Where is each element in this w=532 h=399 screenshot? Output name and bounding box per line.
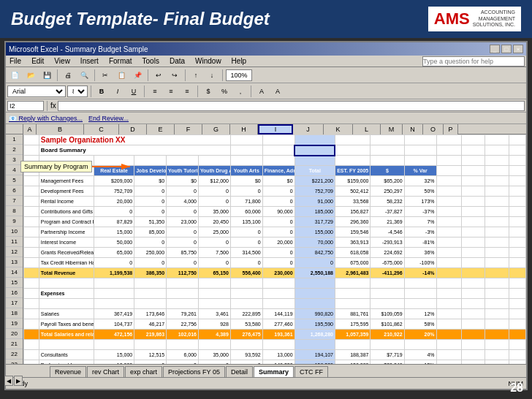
cell-h13[interactable]: 0 — [262, 258, 294, 268]
col-header-n[interactable]: N — [403, 124, 423, 134]
cell-c20[interactable]: 472,156 — [94, 330, 134, 340]
cell-g8[interactable]: 60,000 — [230, 207, 262, 217]
cell-i4[interactable]: Total — [294, 166, 335, 176]
cell-h19[interactable]: 277,460 — [262, 319, 294, 330]
cell-e15[interactable] — [167, 278, 199, 289]
cell-g10[interactable]: 0 — [230, 227, 262, 238]
cell-m7[interactable] — [436, 197, 462, 207]
menu-help[interactable]: Help — [229, 57, 249, 65]
cell-a6[interactable] — [24, 186, 39, 197]
col-header-d[interactable]: D — [119, 124, 147, 134]
cell-m6[interactable] — [436, 186, 462, 197]
cell-p13[interactable] — [509, 258, 525, 268]
cell-b17[interactable] — [39, 299, 94, 309]
cell-l16[interactable] — [404, 289, 436, 299]
cell-o5[interactable] — [485, 176, 509, 186]
cell-b4[interactable] — [39, 166, 94, 176]
cell-d21[interactable] — [134, 340, 167, 350]
cell-d15[interactable] — [134, 278, 167, 289]
name-box[interactable] — [7, 101, 44, 111]
cell-e11[interactable]: 0 — [167, 238, 199, 248]
col-header-g[interactable]: G — [202, 124, 230, 134]
cell-h3[interactable] — [262, 156, 294, 166]
cell-l6[interactable]: 50% — [404, 186, 436, 197]
cell-a10[interactable] — [24, 227, 39, 238]
cell-n12[interactable] — [462, 248, 485, 258]
cell-h7[interactable]: 0 — [262, 197, 294, 207]
cell-k4[interactable]: $ — [370, 166, 404, 176]
cell-p1[interactable] — [509, 135, 525, 145]
cell-e17[interactable] — [167, 299, 199, 309]
cell-f3[interactable] — [198, 156, 230, 166]
cell-c17[interactable] — [94, 299, 134, 309]
cell-m9[interactable] — [436, 217, 462, 227]
cell-l19[interactable]: 58% — [404, 319, 436, 330]
cell-o3[interactable] — [485, 156, 509, 166]
cell-f13[interactable]: 0 — [198, 258, 230, 268]
cell-j3[interactable] — [335, 156, 370, 166]
cell-m17[interactable] — [436, 299, 462, 309]
cell-g5[interactable]: $0 — [230, 176, 262, 186]
formula-input[interactable] — [58, 101, 525, 111]
help-input[interactable] — [422, 56, 525, 66]
cell-j15[interactable] — [335, 278, 370, 289]
cell-l21[interactable] — [404, 340, 436, 350]
cell-g20[interactable]: 276,475 — [230, 330, 262, 340]
cell-l15[interactable] — [404, 278, 436, 289]
cell-a2[interactable] — [24, 145, 39, 156]
col-header-b[interactable]: B — [37, 124, 84, 134]
cell-i17[interactable] — [294, 299, 335, 309]
cell-a4[interactable] — [24, 166, 39, 176]
cell-g2[interactable] — [230, 145, 262, 156]
cell-g15[interactable] — [230, 278, 262, 289]
bold-btn[interactable]: B — [94, 85, 109, 98]
cell-h14[interactable]: 230,000 — [262, 268, 294, 278]
cell-n10[interactable] — [462, 227, 485, 238]
cell-m16[interactable] — [436, 289, 462, 299]
cell-d19[interactable]: 46,217 — [134, 319, 167, 330]
cell-d14[interactable]: 386,350 — [134, 268, 167, 278]
align-left-btn[interactable]: ≡ — [148, 85, 162, 98]
cell-p18[interactable] — [509, 309, 525, 319]
cell-e4[interactable]: Youth Tutoring — [167, 166, 199, 176]
cell-n22[interactable] — [462, 350, 485, 360]
cell-n14[interactable] — [462, 268, 485, 278]
cell-k3[interactable] — [370, 156, 404, 166]
cell-f4[interactable]: Youth Drug Aware-ness — [198, 166, 230, 176]
cell-l10[interactable]: -3% — [404, 227, 436, 238]
cell-b21[interactable] — [39, 340, 94, 350]
cell-h22[interactable]: 13,000 — [262, 350, 294, 360]
cell-p22[interactable] — [509, 350, 525, 360]
cell-l17[interactable] — [404, 299, 436, 309]
cell-o6[interactable] — [485, 186, 509, 197]
cell-a8[interactable] — [24, 207, 39, 217]
cell-p7[interactable] — [509, 197, 525, 207]
cell-o17[interactable] — [485, 299, 509, 309]
cell-i6[interactable]: 752,709 — [294, 186, 335, 197]
sort-asc-btn[interactable]: ↑ — [189, 69, 203, 82]
cell-b5[interactable]: Management Fees — [39, 176, 94, 186]
font-select[interactable]: Arial — [7, 86, 66, 97]
cell-d16[interactable] — [134, 289, 167, 299]
cell-d12[interactable]: 250,000 — [134, 248, 167, 258]
cell-d13[interactable]: 0 — [134, 258, 167, 268]
cell-h17[interactable] — [262, 299, 294, 309]
cell-d7[interactable]: 0 — [134, 197, 167, 207]
cell-k7[interactable]: 58,232 — [370, 197, 404, 207]
cell-m14[interactable] — [436, 268, 462, 278]
preview-btn[interactable]: 🔍 — [77, 69, 91, 82]
cell-n3[interactable] — [462, 156, 485, 166]
menu-format[interactable]: Format — [107, 57, 134, 65]
cell-i1[interactable] — [294, 135, 335, 145]
cell-k22[interactable]: $7,719 — [370, 350, 404, 360]
cell-e3[interactable] — [167, 156, 199, 166]
cell-a15[interactable] — [24, 278, 39, 289]
cell-f7[interactable]: 0 — [198, 197, 230, 207]
cell-e10[interactable]: 0 — [167, 227, 199, 238]
cell-f20[interactable]: 4,389 — [198, 330, 230, 340]
col-header-k[interactable]: K — [324, 124, 353, 134]
cell-l8[interactable]: -37% — [404, 207, 436, 217]
minimize-button[interactable]: _ — [490, 45, 500, 53]
cell-b8[interactable]: Contributions and Gifts — [39, 207, 94, 217]
cell-a22[interactable] — [24, 350, 39, 360]
